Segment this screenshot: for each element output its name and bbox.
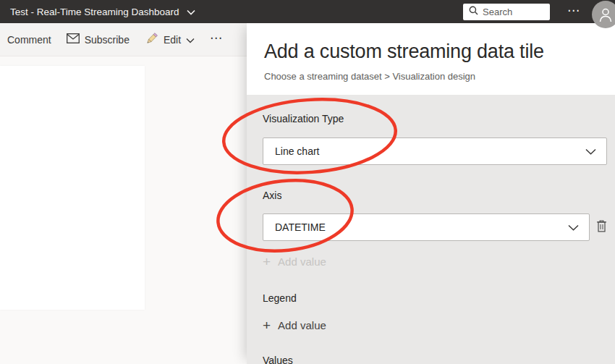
chevron-down-icon: [187, 7, 195, 17]
breadcrumb: Choose a streaming dataset > Visualizati…: [264, 71, 598, 82]
plus-icon: +: [263, 320, 271, 331]
axis-add-value-label: Add value: [278, 255, 326, 268]
plus-icon: +: [263, 256, 271, 267]
dashboard-toolbar: Comment Subscribe: [0, 23, 247, 56]
search-box[interactable]: [463, 4, 550, 20]
edit-button-label: Edit: [164, 34, 181, 46]
search-input[interactable]: [483, 7, 539, 17]
chevron-down-icon: [585, 145, 596, 158]
visualization-type-label: Visualization Type: [263, 114, 607, 124]
toolbar-more-button[interactable]: ⋯: [210, 30, 223, 46]
subscribe-button-label: Subscribe: [85, 34, 130, 46]
dashboard-title-menu[interactable]: Test - Real-Time Streaming Dashboard: [10, 7, 195, 17]
dashboard-area: Comment Subscribe: [0, 23, 247, 364]
axis-field-row: DATETIME: [263, 213, 607, 241]
visualization-type-select[interactable]: Line chart: [263, 137, 607, 165]
user-avatar[interactable]: [592, 1, 615, 28]
chevron-down-icon: [186, 34, 195, 46]
comment-button[interactable]: Comment: [7, 34, 51, 46]
search-icon: [469, 5, 478, 18]
panel-header: Add a custom streaming data tile Choose …: [247, 23, 615, 95]
app-window: Test - Real-Time Streaming Dashboard ⋯ C…: [0, 0, 615, 364]
pencil-icon: [145, 32, 158, 48]
trash-icon: [596, 220, 607, 235]
add-tile-panel: Add a custom streaming data tile Choose …: [247, 23, 615, 364]
delete-axis-button[interactable]: [596, 220, 607, 235]
top-bar: Test - Real-Time Streaming Dashboard ⋯: [0, 0, 615, 23]
visualization-type-value: Line chart: [275, 145, 585, 157]
envelope-icon: [67, 33, 80, 46]
axis-label: Axis: [263, 190, 607, 200]
subscribe-button[interactable]: Subscribe: [67, 33, 130, 46]
edit-menu-button[interactable]: Edit: [145, 32, 195, 48]
dashboard-title: Test - Real-Time Streaming Dashboard: [10, 7, 179, 17]
comment-button-label: Comment: [7, 34, 51, 46]
axis-value: DATETIME: [275, 221, 568, 233]
more-options-button[interactable]: ⋯: [566, 3, 582, 18]
legend-label: Legend: [263, 293, 607, 303]
panel-title: Add a custom streaming data tile: [264, 41, 598, 63]
legend-add-value-label: Add value: [278, 319, 326, 331]
chevron-down-icon: [568, 221, 579, 234]
legend-add-value-button[interactable]: + Add value: [263, 319, 607, 331]
axis-select[interactable]: DATETIME: [263, 213, 590, 241]
values-label: Values: [263, 355, 607, 364]
dashboard-canvas-tile: [0, 66, 145, 310]
panel-body: Visualization Type Line chart Axis DATET…: [247, 95, 615, 364]
axis-add-value-button: + Add value: [263, 255, 607, 268]
